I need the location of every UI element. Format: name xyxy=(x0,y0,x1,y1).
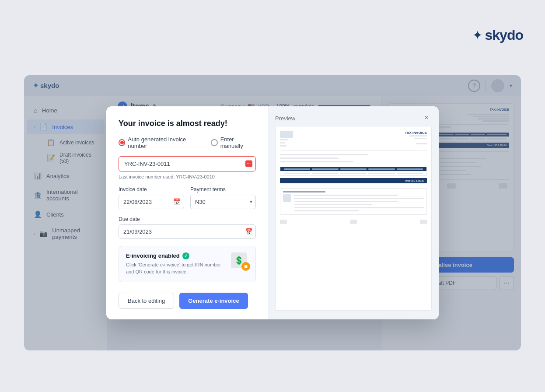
preview-footer-icons xyxy=(280,220,427,224)
preview-divider xyxy=(280,150,427,150)
due-date-group: Due date 📅 xyxy=(119,216,256,239)
preview-bank-line3 xyxy=(294,201,398,202)
due-date-input[interactable] xyxy=(119,224,256,239)
einvoicing-title: E-invoicing enabled ✓ xyxy=(126,252,226,259)
einvoicing-content: E-invoicing enabled ✓ Click 'Generate e-… xyxy=(126,252,226,276)
einvoicing-check-icon: ✓ xyxy=(182,252,189,259)
modal-close-button[interactable]: × xyxy=(421,112,432,123)
preview-company-line2 xyxy=(280,142,285,144)
modal-title: Your invoice is almost ready! xyxy=(119,119,256,129)
footer-icon-2 xyxy=(350,220,357,224)
due-date-wrap: 📅 xyxy=(119,224,256,239)
preview-company-line3 xyxy=(280,145,286,147)
preview-tax-title: TAX INVOICE xyxy=(405,131,427,135)
preview-table xyxy=(280,167,427,176)
einvoicing-icon-wrap: 💲 ◼ xyxy=(231,252,248,270)
invoice-preview-doc: TAX INVOICE xyxy=(275,126,432,310)
modal-overlay: Your invoice is almost ready! Auto gener… xyxy=(24,75,521,350)
payment-terms-group: Payment terms N30 N15 N60 ▾ xyxy=(190,186,256,209)
due-calendar-icon: 📅 xyxy=(245,228,252,235)
radio-auto-label: Auto generated invoice number xyxy=(128,136,202,149)
almost-ready-modal: Your invoice is almost ready! Auto gener… xyxy=(106,106,439,319)
preview-table-header xyxy=(280,167,426,171)
preview-bank-line4 xyxy=(294,204,372,205)
invoice-number-input[interactable] xyxy=(119,156,256,172)
invoice-number-badge: ··· xyxy=(245,161,252,167)
preview-label: Preview xyxy=(275,115,295,122)
ptcell-h3 xyxy=(340,168,367,170)
payment-terms-wrap: N30 N15 N60 ▾ xyxy=(190,195,256,209)
ptcell-h2 xyxy=(312,168,338,170)
calendar-icon: 📅 xyxy=(173,198,181,205)
preview-company xyxy=(280,131,293,147)
ptcell2-r1c4 xyxy=(368,173,395,174)
radio-enter-manually[interactable]: Enter manually xyxy=(211,136,256,149)
preview-inv-details xyxy=(405,135,427,145)
preview-bank-line2 xyxy=(294,198,424,199)
preview-total-row: Total USD 2,000.00 xyxy=(280,178,427,183)
modal-left: Your invoice is almost ready! Auto gener… xyxy=(106,106,268,319)
back-to-editing-button[interactable]: Back to editing xyxy=(119,293,174,309)
top-bar: ✦ skydo xyxy=(0,0,545,70)
einvoicing-desc: Click 'Generate e-invoice' to get IRN nu… xyxy=(126,261,226,276)
due-date-label: Due date xyxy=(119,216,256,222)
preview-addr1 xyxy=(280,154,368,155)
preview-addr2 xyxy=(280,158,339,159)
preview-addr3 xyxy=(280,161,353,162)
ptcell-h4 xyxy=(368,168,395,170)
invoice-number-wrap: ··· xyxy=(119,156,256,172)
preview-bank-logo xyxy=(283,194,291,202)
ptcell2-r1c1 xyxy=(284,173,310,174)
preview-invoice-right: TAX INVOICE xyxy=(405,131,427,145)
date-payment-row: Invoice date 📅 Payment terms N30 N15 xyxy=(119,186,256,209)
ptcell2-r1c2 xyxy=(312,173,338,174)
radio-manual-label: Enter manually xyxy=(220,136,256,149)
einvoicing-qr-icon: ◼ xyxy=(241,262,250,271)
einvoicing-title-text: E-invoicing enabled xyxy=(126,252,180,259)
preview-bank-line5 xyxy=(294,207,424,208)
ptcell-h5 xyxy=(397,168,423,170)
logo-icon: ✦ xyxy=(472,28,482,42)
preview-total-text: Total USD 2,000.00 xyxy=(405,179,424,182)
invoice-date-label: Invoice date xyxy=(119,186,184,192)
modal-actions: Back to editing Generate e-invoice xyxy=(119,289,256,309)
radio-manual-circle xyxy=(211,139,217,146)
skydo-logo-top: ✦ skydo xyxy=(472,27,523,43)
footer-icon-3 xyxy=(420,220,427,224)
modal-right-preview: Preview TAX INVOICE xyxy=(268,106,439,319)
app-window: ✦ skydo ? ▾ ⌂ Home ‹ 📄 Invoices 📋 xyxy=(24,75,521,350)
radio-auto-circle xyxy=(119,139,125,146)
invoice-number-radio-group: Auto generated invoice number Enter manu… xyxy=(119,136,256,149)
last-invoice-note: Last invoice number used: YRC-INV-23-001… xyxy=(119,174,256,179)
invoice-date-group: Invoice date 📅 xyxy=(119,186,184,209)
invoice-date-wrap: 📅 xyxy=(119,195,184,209)
einvoicing-card: E-invoicing enabled ✓ Click 'Generate e-… xyxy=(119,246,256,282)
preview-billing xyxy=(280,188,427,215)
preview-billing-title xyxy=(283,191,325,192)
preview-company-line1 xyxy=(280,139,288,140)
preview-bank-line6 xyxy=(294,210,359,211)
radio-auto-generated[interactable]: Auto generated invoice number xyxy=(119,136,202,149)
payment-terms-select[interactable]: N30 N15 N60 xyxy=(190,195,256,209)
preview-company-logo xyxy=(280,131,293,138)
payment-terms-label: Payment terms xyxy=(190,186,256,192)
ptcell-h1 xyxy=(284,168,310,170)
preview-top: TAX INVOICE xyxy=(280,131,427,147)
preview-inv-line1 xyxy=(409,135,427,136)
footer-icon-1 xyxy=(280,220,287,224)
preview-table-row-1 xyxy=(280,171,426,175)
generate-einvoice-button[interactable]: Generate e-invoice xyxy=(179,293,248,309)
logo-text: skydo xyxy=(485,27,523,43)
preview-inv-line2 xyxy=(414,138,427,139)
preview-bank-line1 xyxy=(294,195,398,196)
ptcell2-r1c3 xyxy=(340,173,367,174)
preview-inv-line4 xyxy=(416,143,427,144)
ptcell2-r1c5 xyxy=(397,173,423,174)
